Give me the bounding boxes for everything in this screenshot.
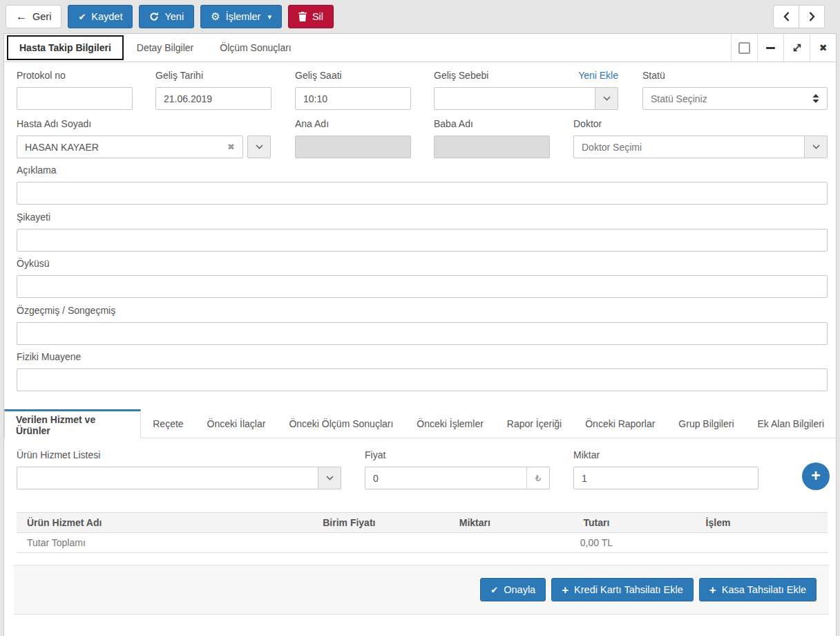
urun-hizmet-listesi-label: Ürün Hizmet Listesi — [17, 449, 100, 460]
urun-hizmet-listesi-value[interactable] — [17, 467, 318, 489]
sikayeti-label: Şikayeti — [17, 212, 50, 223]
miktar-label: Miktar — [573, 449, 600, 460]
back-button[interactable]: ← Geri — [6, 5, 61, 28]
oykusu-input[interactable] — [17, 275, 828, 298]
restore-window-button[interactable] — [731, 34, 757, 62]
clear-icon[interactable]: ✖ — [227, 142, 235, 152]
urun-hizmet-listesi-dropdown-button[interactable] — [318, 467, 341, 489]
doktor-combo[interactable] — [573, 135, 828, 158]
hasta-adi-input[interactable]: HASAN KAYAER ✖ — [17, 135, 243, 158]
col-tutari: Tutarı — [583, 517, 609, 528]
doktor-label: Doktor — [573, 118, 602, 129]
tab-ek-alan-bilgileri[interactable]: Ek Alan Bilgileri — [746, 409, 837, 438]
close-icon: ✖ — [819, 42, 828, 53]
add-cash-payment-button[interactable]: + Kasa Tahsilatı Ekle — [699, 578, 817, 601]
expand-icon — [792, 43, 802, 53]
service-table: Ürün Hizmet Adı Birim Fiyatı Miktarı Tut… — [17, 512, 828, 553]
tab-label: Verilen Hizmet ve Ürünler — [16, 414, 129, 436]
gelis-saati-input[interactable] — [295, 87, 411, 110]
col-islem: İşlem — [706, 517, 731, 528]
urun-hizmet-listesi-combo[interactable] — [17, 467, 341, 489]
chevron-down-icon — [812, 144, 820, 149]
tab-onceki-ilaclar[interactable]: Önceki İlaçlar — [195, 409, 278, 438]
baba-adi-input — [434, 135, 550, 158]
save-button[interactable]: ✔ Kaydet — [68, 5, 133, 28]
tab-onceki-raporlar[interactable]: Önceki Raporlar — [573, 409, 667, 438]
delete-button[interactable]: Sil — [288, 5, 334, 28]
minus-icon — [766, 47, 775, 49]
actions-button[interactable]: ⚙ İşlemler ▾ — [200, 5, 282, 28]
miktar-input[interactable] — [573, 467, 758, 489]
minimize-button[interactable] — [757, 34, 783, 62]
fiziki-muayene-input[interactable] — [17, 368, 828, 391]
gelis-tarihi-input[interactable] — [155, 87, 271, 110]
doktor-input[interactable] — [573, 135, 804, 158]
tab-rapor-icerigi[interactable]: Rapor İçeriği — [495, 409, 573, 438]
aciklama-input[interactable] — [17, 182, 828, 205]
payment-footer: ✔ Onayla + Kredi Kartı Tahsilatı Ekle + … — [14, 565, 829, 615]
tab-grup-bilgileri[interactable]: Grup Bilgileri — [667, 409, 745, 438]
gelis-tarihi-label: Geliş Tarihi — [155, 70, 203, 81]
gelis-sebebi-combo[interactable] — [434, 87, 618, 110]
fiyat-input[interactable]: 0 ₺ — [365, 467, 550, 489]
chevron-down-icon — [256, 144, 263, 149]
tab-label: Grup Bilgileri — [678, 418, 734, 429]
new-button-label: Yeni — [164, 11, 184, 22]
tab-verilen-hizmet[interactable]: Verilen Hizmet ve Ürünler — [4, 409, 141, 438]
total-row-label: Tutar Toplamı — [27, 537, 86, 548]
fiyat-label: Fiyat — [365, 449, 385, 460]
check-icon: ✔ — [490, 585, 498, 595]
add-service-button[interactable]: + — [802, 462, 830, 490]
top-toolbar: ← Geri ✔ Kaydet Yeni ⚙ İşlemler ▾ Sil — [0, 0, 840, 33]
actions-button-label: İşlemler — [226, 11, 261, 22]
select-arrows-icon — [812, 94, 819, 103]
tab-label: Önceki İşlemler — [417, 418, 483, 429]
tab-recete[interactable]: Reçete — [141, 409, 195, 438]
gelis-sebebi-dropdown-button[interactable] — [595, 87, 618, 110]
save-button-label: Kaydet — [91, 11, 122, 22]
next-record-button[interactable] — [799, 5, 825, 28]
caret-down-icon: ▾ — [267, 12, 271, 21]
gelis-sebebi-value[interactable] — [434, 87, 595, 110]
maximize-button[interactable] — [783, 34, 810, 62]
main-tab-bar: Hasta Takip Bilgileri Detay Bilgiler Ölç… — [4, 34, 836, 62]
ana-adi-label: Ana Adı — [295, 118, 329, 129]
ana-adi-input — [295, 135, 411, 158]
statu-select[interactable]: Statü Seçiniz — [642, 87, 828, 110]
oykusu-label: Öyküsü — [17, 258, 49, 269]
tab-label: Önceki İlaçlar — [207, 418, 266, 429]
hasta-adi-value: HASAN KAYAER — [25, 142, 99, 153]
tab-label: Detay Bilgiler — [137, 42, 193, 53]
tab-label: Önceki Ölçüm Sonuçları — [289, 418, 393, 429]
tab-onceki-olcum-sonuclari[interactable]: Önceki Ölçüm Sonuçları — [277, 409, 405, 438]
tab-label: Ek Alan Bilgileri — [758, 418, 825, 429]
col-birim-fiyati: Birim Fiyatı — [323, 517, 375, 528]
check-icon: ✔ — [78, 12, 86, 22]
trash-icon — [298, 12, 307, 21]
protokol-no-label: Protokol no — [17, 70, 66, 81]
hasta-adi-dropdown-button[interactable] — [247, 135, 271, 158]
tab-olcum-sonuclari[interactable]: Ölçüm Sonuçları — [207, 34, 304, 62]
tab-hasta-takip-bilgileri[interactable]: Hasta Takip Bilgileri — [7, 35, 124, 60]
aciklama-label: Açıklama — [17, 165, 57, 176]
chevron-right-icon — [809, 12, 815, 21]
protokol-no-input[interactable] — [17, 87, 133, 110]
doktor-dropdown-button[interactable] — [804, 135, 828, 158]
close-button[interactable]: ✖ — [810, 34, 836, 62]
fiziki-muayene-label: Fiziki Muayene — [17, 351, 81, 362]
approve-button[interactable]: ✔ Onayla — [480, 578, 546, 601]
sikayeti-input[interactable] — [17, 229, 828, 252]
patient-panel: Hasta Takip Bilgileri Detay Bilgiler Ölç… — [3, 33, 837, 636]
lira-currency-icon: ₺ — [526, 467, 549, 489]
yeni-ekle-link[interactable]: Yeni Ekle — [578, 70, 618, 81]
tab-label: Önceki Raporlar — [585, 418, 655, 429]
ozgecmis-input[interactable] — [17, 322, 828, 345]
tab-detay-bilgiler[interactable]: Detay Bilgiler — [124, 34, 207, 62]
new-button[interactable]: Yeni — [139, 5, 194, 28]
add-credit-card-payment-button[interactable]: + Kredi Kartı Tahsilatı Ekle — [551, 578, 694, 601]
tab-onceki-islemler[interactable]: Önceki İşlemler — [405, 409, 495, 438]
app-window: ← Geri ✔ Kaydet Yeni ⚙ İşlemler ▾ Sil — [0, 0, 840, 636]
prev-record-button[interactable] — [773, 5, 799, 28]
hasta-takip-form: Protokol no Geliş Tarihi Geliş Saati Gel… — [4, 63, 836, 636]
add-credit-card-payment-label: Kredi Kartı Tahsilatı Ekle — [574, 584, 683, 595]
